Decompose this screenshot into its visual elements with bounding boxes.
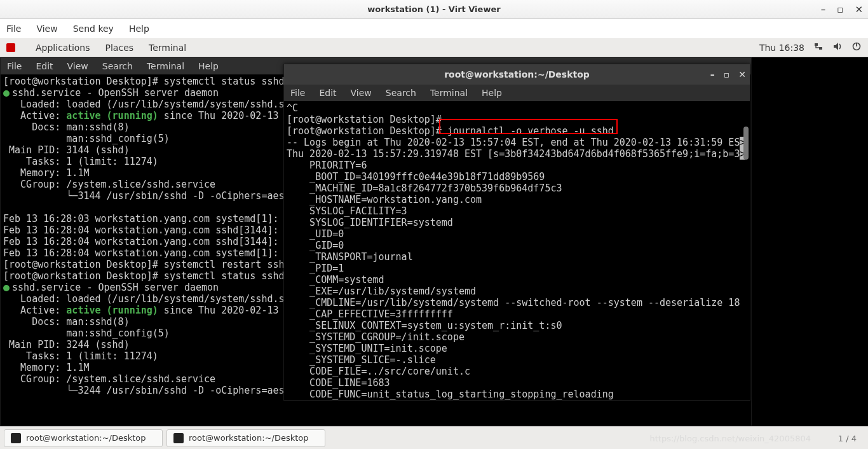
tline: Feb 13 16:28:04 workstation.yang.com sys… bbox=[3, 247, 278, 259]
tline: SYSLOG_FACILITY=3 bbox=[287, 205, 407, 217]
tline: Loaded: loaded (/usr/lib/systemd/system/… bbox=[3, 293, 285, 305]
taskbar-item-terminal-2[interactable]: root@workstation:~/Desktop bbox=[166, 429, 325, 447]
tline: _CMDLINE=/usr/lib/systemd/systemd --swit… bbox=[287, 297, 740, 308]
close-button[interactable]: ✕ bbox=[855, 4, 863, 15]
terminal-front-body[interactable]: ^C [root@workstation Desktop]# [root@wor… bbox=[284, 101, 750, 400]
tline: Loaded: loaded (/usr/lib/systemd/system/… bbox=[3, 99, 285, 110]
virt-viewer-menubar: File View Send key Help bbox=[0, 19, 868, 38]
tline: _EXE=/usr/lib/systemd/systemd bbox=[287, 286, 476, 297]
tline: SYSLOG_IDENTIFIER=systemd bbox=[287, 217, 453, 228]
desktop-area: File Edit View Search Terminal Help [roo… bbox=[0, 57, 868, 426]
tree-char: └─ bbox=[3, 385, 78, 396]
tline: _SYSTEMD_SLICE=-.slice bbox=[287, 354, 436, 366]
terminal-icon bbox=[173, 433, 184, 443]
gnome-topbar: Applications Places Terminal Thu 16:38 bbox=[0, 38, 868, 57]
watermark-text: https://blog.csdn.net/weixin_42005804 bbox=[649, 434, 811, 443]
term-menu-terminal[interactable]: Terminal bbox=[430, 88, 468, 98]
tline: _SYSTEMD_CGROUP=/init.scope bbox=[287, 331, 465, 343]
tline: _HOSTNAME=workstation.yang.com bbox=[287, 194, 482, 205]
term-menu-file[interactable]: File bbox=[7, 61, 22, 71]
tline: CGroup: /system.slice/sshd.service bbox=[3, 179, 215, 190]
tline: _COMM=systemd bbox=[287, 274, 384, 286]
term-menu-view[interactable]: View bbox=[67, 61, 88, 71]
gnome-logo-icon bbox=[6, 43, 15, 52]
menu-file[interactable]: File bbox=[6, 24, 21, 34]
tline: man:sshd_config(5) bbox=[3, 328, 170, 339]
tline: _TRANSPORT=journal bbox=[287, 251, 413, 263]
tline: Feb 13 16:28:04 workstation.yang.com ssh… bbox=[3, 236, 278, 247]
tline: Feb 13 16:28:03 workstation.yang.com sys… bbox=[3, 213, 278, 224]
tline: PRIORITY=6 bbox=[287, 160, 367, 171]
menu-help[interactable]: Help bbox=[129, 24, 149, 34]
term-menu-help[interactable]: Help bbox=[198, 61, 219, 71]
tline: _UID=0 bbox=[287, 228, 344, 240]
tline: ^C bbox=[287, 102, 298, 114]
terminal-window-front[interactable]: root@workstation:~/Desktop – ▫ ✕ File Ed… bbox=[283, 64, 750, 401]
taskbar-item-terminal-1[interactable]: root@workstation:~/Desktop bbox=[4, 429, 163, 447]
tline: _CAP_EFFECTIVE=3fffffffff bbox=[287, 308, 453, 320]
tline: Main PID: 3144 (sshd) bbox=[3, 144, 130, 156]
svg-marker-2 bbox=[834, 43, 838, 50]
menu-view[interactable]: View bbox=[36, 24, 57, 34]
tline: [root@workstation Desktop]# systemctl re… bbox=[3, 259, 285, 270]
status-dot-icon bbox=[3, 285, 10, 291]
gnome-places[interactable]: Places bbox=[105, 43, 134, 53]
term-menu-search[interactable]: Search bbox=[386, 88, 416, 98]
minimize-button[interactable]: – bbox=[821, 4, 826, 15]
tline: [root@workstation Desktop]# bbox=[287, 114, 442, 125]
term-menu-file[interactable]: File bbox=[290, 88, 305, 98]
gnome-applications[interactable]: Applications bbox=[36, 43, 90, 53]
tline: _BOOT_ID=340199fffc0e44e39b18f71dd89b956… bbox=[287, 171, 545, 183]
tline: -- Logs begin at Thu 2020-02-13 15:57:04… bbox=[287, 137, 740, 148]
power-icon[interactable] bbox=[851, 41, 862, 53]
terminal-front-titlebar[interactable]: root@workstation:~/Desktop – ▫ ✕ bbox=[284, 64, 750, 85]
term-menu-help[interactable]: Help bbox=[482, 88, 502, 98]
tline: Docs: man:sshd(8) bbox=[3, 121, 130, 133]
tline: 3144 /usr/sbin/sshd -D -oCiphers=aes bbox=[78, 190, 284, 202]
term-menu-edit[interactable]: Edit bbox=[319, 88, 336, 98]
tline: Docs: man:sshd(8) bbox=[3, 316, 130, 328]
network-icon[interactable] bbox=[813, 41, 824, 53]
tline: CGroup: /system.slice/sshd.service bbox=[3, 373, 215, 385]
term-close-button[interactable]: ✕ bbox=[738, 69, 746, 79]
tline: Memory: 1.1M bbox=[3, 362, 89, 373]
tline: sshd.service - OpenSSH server daemon bbox=[12, 282, 219, 293]
volume-icon[interactable] bbox=[832, 41, 843, 53]
tline: CODE_LINE=1683 bbox=[287, 377, 390, 389]
term-minimize-button[interactable]: – bbox=[710, 69, 715, 79]
status-dot-icon bbox=[3, 90, 10, 97]
terminal-front-title: root@workstation:~/Desktop bbox=[444, 69, 590, 79]
tline: Active: bbox=[3, 305, 66, 316]
tline: since Thu 2020-02-13 bbox=[158, 110, 279, 121]
tline: _SELINUX_CONTEXT=system_u:system_r:init_… bbox=[287, 320, 562, 331]
terminal-front-menubar: File Edit View Search Terminal Help bbox=[284, 85, 750, 101]
scrollbar-thumb[interactable] bbox=[743, 127, 749, 160]
tree-char: └─ bbox=[3, 190, 78, 202]
svg-rect-0 bbox=[815, 43, 818, 46]
tline: _GID=0 bbox=[287, 240, 344, 251]
term-maximize-button[interactable]: ▫ bbox=[724, 69, 730, 79]
tline: Feb 13 16:28:04 workstation.yang.com ssh… bbox=[3, 224, 278, 236]
clock-label[interactable]: Thu 16:38 bbox=[759, 43, 804, 53]
tline: Tasks: 1 (limit: 11274) bbox=[3, 156, 158, 167]
gnome-terminal[interactable]: Terminal bbox=[149, 43, 186, 53]
tline: man:sshd_config(5) bbox=[3, 133, 170, 144]
taskbar-label: root@workstation:~/Desktop bbox=[26, 433, 146, 443]
term-menu-search[interactable]: Search bbox=[102, 61, 133, 71]
tline: Thu 2020-02-13 15:57:29.319748 EST [s=3b… bbox=[287, 148, 740, 160]
menu-sendkey[interactable]: Send key bbox=[73, 24, 114, 34]
tline: [root@workstation Desktop]# bbox=[287, 125, 447, 137]
term-menu-view[interactable]: View bbox=[351, 88, 372, 98]
tline: _MACHINE_ID=8a1c8f264772f370b539f6b964df… bbox=[287, 183, 562, 194]
tline: [root@workstation Desktop]# systemctl st… bbox=[3, 270, 285, 282]
tline: CODE_FUNC=unit_status_log_starting_stopp… bbox=[287, 389, 614, 400]
term-menu-terminal[interactable]: Terminal bbox=[147, 61, 184, 71]
terminal-icon bbox=[11, 433, 21, 443]
virt-viewer-titlebar: workstation (1) - Virt Viewer – ▫ ✕ bbox=[0, 0, 868, 19]
tline: Tasks: 1 (limit: 11274) bbox=[3, 350, 158, 362]
tline: _PID=1 bbox=[287, 263, 344, 274]
term-menu-edit[interactable]: Edit bbox=[36, 61, 53, 71]
maximize-button[interactable]: ▫ bbox=[837, 4, 843, 15]
active-running: active (running) bbox=[66, 305, 158, 316]
tline: _SYSTEMD_UNIT=init.scope bbox=[287, 343, 447, 354]
